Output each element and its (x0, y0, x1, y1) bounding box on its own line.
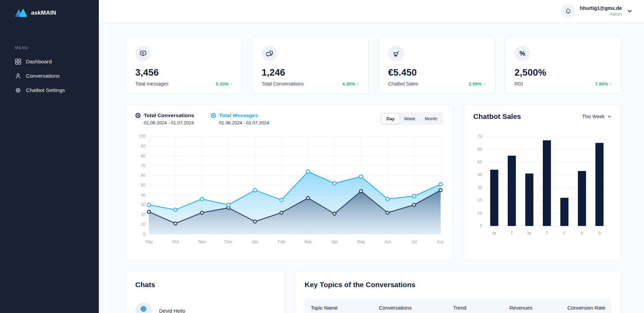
stat-value: 1,246 (262, 67, 359, 78)
sidebar-item-chatbot-settings[interactable]: Chatbot Settings (0, 83, 99, 97)
column-header-revenues[interactable]: Revenues (509, 305, 567, 311)
toggle-month-button[interactable]: Month (420, 114, 442, 124)
stat-label: Chatbot Sales (388, 81, 418, 87)
svg-text:70: 70 (478, 134, 482, 139)
stat-change: 2.59% ↑ (469, 81, 485, 87)
svg-text:50: 50 (141, 183, 146, 188)
chatbot-sales-card: Chatbot Sales This Week 010203040506070M… (463, 104, 622, 261)
legend-total-conversations[interactable]: Total Conversations 01.06.2024 - 01.07.2… (135, 112, 194, 125)
stat-card-total-conversations: 1,246 Total Conversations 4.35% ↑ (252, 36, 369, 94)
user-email: hhurtig1@gmx.de (580, 5, 622, 12)
avatar (135, 302, 152, 313)
legend-date-range: 01.06.2024 - 01.07.2024 (144, 120, 194, 125)
svg-text:0: 0 (480, 223, 482, 228)
stat-label: ROI (515, 81, 523, 87)
user-menu-chevron-down-icon[interactable] (627, 9, 632, 14)
column-header-trend[interactable]: Trend (453, 305, 509, 311)
main-area: hhurtig1@gmx.de Admin 3,456 (99, 0, 644, 313)
svg-text:Jan: Jan (251, 239, 258, 244)
svg-text:S: S (598, 231, 601, 236)
toggle-day-button[interactable]: Day (382, 114, 399, 124)
askmain-logo-icon (15, 8, 27, 18)
charts-row: Total Conversations 01.06.2024 - 01.07.2… (125, 104, 622, 261)
topbar: hhurtig1@gmx.de Admin (99, 0, 644, 23)
svg-text:50: 50 (478, 160, 482, 165)
stat-label: Total Conversations (262, 81, 304, 87)
column-header-conversion-rate[interactable]: Conversion Rate (567, 305, 605, 311)
week-filter-dropdown[interactable]: This Week (582, 114, 612, 119)
sidebar-item-label: Dashboard (26, 59, 52, 65)
brand-logo[interactable]: askMAIN (0, 0, 99, 18)
legend-date-range: 01.06.2024 - 01.07.2024 (219, 120, 269, 125)
key-topics-card: Key Topics of the Conversations Topic Na… (295, 271, 622, 313)
svg-text:20: 20 (141, 212, 146, 217)
svg-text:Aug: Aug (437, 239, 443, 244)
stats-row: 3,456 Total messages 5.43% ↑ 1,246 Total… (125, 36, 622, 94)
svg-text:W: W (527, 231, 532, 236)
sidebar-item-label: Conversations (26, 73, 60, 79)
svg-text:20: 20 (478, 198, 482, 203)
svg-text:0: 0 (143, 232, 145, 237)
dashboard-content: 3,456 Total messages 5.43% ↑ 1,246 Total… (99, 23, 644, 313)
stat-value: 3,456 (135, 67, 232, 78)
legend-label: Total Conversations (144, 112, 194, 119)
up-arrow-icon: ↑ (356, 81, 359, 87)
svg-text:70: 70 (141, 163, 146, 168)
svg-text:Oct: Oct (172, 239, 179, 244)
chat-list-item[interactable]: Devid Heilo (135, 302, 275, 313)
svg-text:60: 60 (478, 147, 482, 152)
radio-selected-icon (135, 113, 141, 118)
svg-text:M: M (492, 231, 496, 236)
person-icon (15, 73, 21, 79)
svg-text:30: 30 (478, 185, 482, 190)
toggle-week-button[interactable]: Week (399, 114, 420, 124)
svg-text:Dec: Dec (225, 239, 232, 244)
brand-name: askMAIN (31, 10, 56, 16)
stat-value: 2,500% (515, 67, 612, 78)
chat-bubbles-icon (262, 46, 277, 61)
column-header-conversations[interactable]: Conversations (379, 305, 453, 311)
chart-legend: Total Conversations 01.06.2024 - 01.07.2… (135, 112, 269, 125)
svg-text:Jul: Jul (411, 239, 417, 244)
chat-user-name: Devid Heilo (159, 308, 185, 313)
range-toggle: Day Week Month (380, 112, 443, 125)
svg-text:Apr: Apr (331, 239, 338, 244)
legend-label: Total Messages (219, 112, 258, 119)
stat-label: Total messages (135, 81, 168, 87)
column-header-topic-name[interactable]: Topic Name (311, 305, 379, 311)
chevron-down-icon (607, 114, 612, 119)
user-info[interactable]: hhurtig1@gmx.de Admin (580, 5, 622, 17)
cart-icon (388, 46, 404, 61)
bar-chart-title: Chatbot Sales (473, 112, 521, 121)
svg-text:S: S (581, 231, 583, 236)
notifications-button[interactable] (561, 4, 575, 18)
sidebar-item-conversations[interactable]: Conversations (0, 69, 99, 83)
stat-change: 7.95% ↑ (595, 81, 612, 87)
topics-table-header: Topic Name Conversations Trend Revenues … (305, 299, 612, 313)
sidebar-item-label: Chatbot Settings (26, 87, 65, 93)
dashboard-grid-icon (15, 59, 21, 65)
bell-icon (565, 8, 571, 15)
stat-card-roi: % 2,500% ROI 7.95% ↑ (505, 36, 622, 94)
svg-text:F: F (563, 231, 566, 236)
up-arrow-icon: ↑ (230, 81, 232, 87)
stat-change: 4.35% ↑ (342, 81, 359, 87)
chats-title: Chats (135, 281, 275, 289)
stat-card-total-messages: 3,456 Total messages 5.43% ↑ (125, 36, 242, 94)
svg-text:Mar: Mar (304, 239, 311, 244)
svg-text:40: 40 (478, 172, 482, 177)
svg-text:T: T (510, 231, 513, 236)
conversations-line-chart: 0102030405060708090100SepOctNovDecJanFeb… (135, 132, 443, 245)
legend-total-messages[interactable]: Total Messages 01.06.2024 - 01.07.2024 (211, 112, 269, 125)
sidebar-item-dashboard[interactable]: Dashboard (0, 54, 99, 69)
filter-value: This Week (582, 114, 604, 119)
svg-text:Nov: Nov (198, 239, 206, 244)
key-topics-title: Key Topics of the Conversations (305, 281, 612, 289)
sidebar: askMAIN MENU Dashboard Conversati (0, 0, 99, 313)
svg-text:60: 60 (141, 173, 146, 178)
sidebar-nav: Dashboard Conversations Chatbot Settings (0, 54, 99, 97)
message-icon (135, 46, 151, 61)
svg-text:80: 80 (141, 154, 146, 158)
svg-text:T: T (546, 231, 548, 236)
stat-card-chatbot-sales: €5.450 Chatbot Sales 2.59% ↑ (378, 36, 495, 94)
